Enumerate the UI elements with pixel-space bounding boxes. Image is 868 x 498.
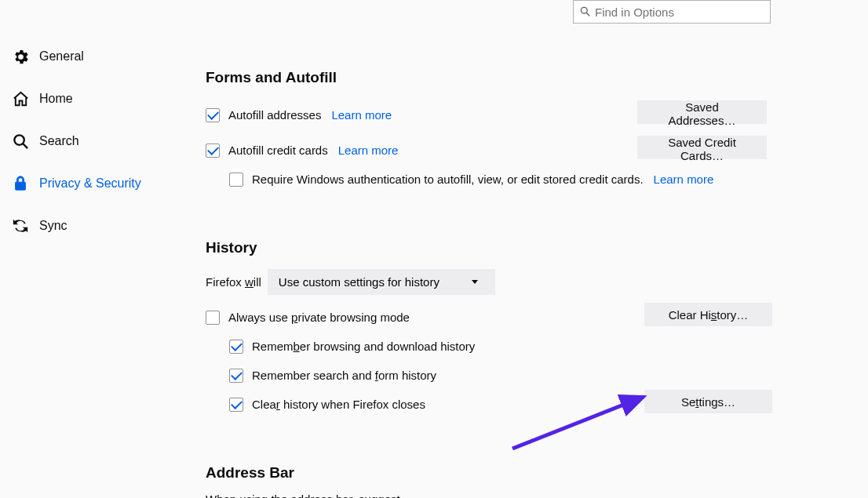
require-winauth-label: Require Windows authentication to autofi… (252, 173, 644, 186)
learn-more-link[interactable]: Learn more (338, 144, 399, 157)
remember-form-label: Remember search and form history (252, 369, 436, 382)
home-icon (11, 89, 30, 108)
sidebar-item-search[interactable]: Search (11, 132, 141, 151)
learn-more-link[interactable]: Learn more (331, 108, 392, 122)
always-private-row: Always use private browsing mode Clear H… (206, 303, 868, 332)
history-mode-select[interactable]: Use custom settings for history (268, 269, 495, 295)
sync-icon (11, 216, 30, 235)
svg-line-1 (586, 13, 589, 16)
remember-browse-checkbox[interactable] (229, 340, 243, 354)
learn-more-link[interactable]: Learn more (654, 173, 714, 186)
search-icon (11, 132, 30, 151)
sidebar: General Home Search Privacy & Security S… (11, 47, 141, 235)
gear-icon (11, 47, 30, 66)
clear-on-close-row: Clear history when Firefox closes Settin… (206, 390, 868, 419)
sidebar-item-home[interactable]: Home (11, 89, 141, 108)
remember-form-row: Remember search and form history (206, 361, 868, 390)
sidebar-item-label: Privacy & Security (39, 176, 141, 191)
always-private-checkbox[interactable] (206, 311, 220, 325)
remember-browse-label: Remember browsing and download history (252, 340, 475, 353)
autofill-addresses-row: Autofill addresses Learn more Saved Addr… (206, 100, 868, 129)
search-icon (580, 5, 590, 19)
saved-addresses-button[interactable]: Saved Addresses… (637, 100, 767, 124)
svg-point-0 (581, 7, 587, 13)
clear-on-close-checkbox[interactable] (229, 398, 243, 412)
require-winauth-checkbox[interactable] (229, 173, 243, 187)
autofill-cards-row: Autofill credit cards Learn more Saved C… (206, 136, 868, 165)
sidebar-item-label: Search (39, 134, 79, 148)
sidebar-item-privacy[interactable]: Privacy & Security (11, 174, 141, 193)
svg-point-2 (14, 135, 24, 144)
saved-cards-button[interactable]: Saved Credit Cards… (637, 136, 767, 159)
always-private-label: Always use private browsing mode (228, 311, 410, 324)
history-mode-select-wrap[interactable]: Use custom settings for history (268, 269, 495, 295)
autofill-addresses-checkbox[interactable] (206, 108, 220, 122)
firefox-will-label: Firefox will (206, 275, 261, 289)
sidebar-item-label: General (39, 49, 84, 64)
sidebar-item-general[interactable]: General (11, 47, 141, 66)
lock-icon (11, 174, 30, 193)
search-input[interactable] (595, 5, 764, 19)
search-container[interactable] (573, 0, 771, 24)
addressbar-subtext: When using the address bar, suggest (206, 493, 868, 498)
clear-on-close-label: Clear history when Firefox closes (252, 398, 425, 411)
addressbar-heading: Address Bar (206, 464, 868, 482)
main-content: Forms and Autofill Autofill addresses Le… (206, 69, 868, 498)
forms-heading: Forms and Autofill (206, 69, 868, 86)
autofill-addresses-label: Autofill addresses (228, 108, 321, 122)
firefox-will-row: Firefox will Use custom settings for his… (206, 267, 868, 296)
autofill-cards-checkbox[interactable] (206, 144, 220, 158)
remember-form-checkbox[interactable] (229, 369, 243, 383)
sidebar-item-sync[interactable]: Sync (11, 216, 141, 235)
history-settings-button[interactable]: Settings… (644, 390, 772, 413)
autofill-cards-label: Autofill credit cards (228, 144, 328, 157)
sidebar-item-label: Sync (39, 219, 67, 233)
svg-line-3 (23, 144, 27, 148)
history-heading: History (206, 239, 868, 256)
remember-browse-row: Remember browsing and download history (206, 332, 868, 361)
sidebar-item-label: Home (39, 92, 73, 106)
require-winauth-row: Require Windows authentication to autofi… (206, 165, 868, 194)
clear-history-button[interactable]: Clear History… (644, 303, 772, 326)
